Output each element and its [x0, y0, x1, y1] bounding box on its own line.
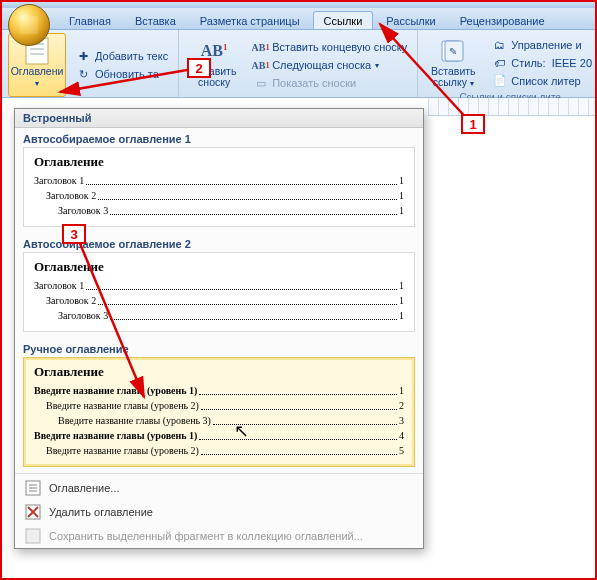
bibliography-icon: 📄	[492, 73, 507, 88]
office-orb-button[interactable]	[8, 4, 50, 46]
svg-text:✎: ✎	[449, 46, 457, 57]
next-footnote-button[interactable]: AB1 Следующая сноска ▾	[249, 57, 411, 74]
preview-title: Оглавление	[34, 259, 404, 275]
insert-footnote-button[interactable]: AB1 Вставить сноску	[185, 33, 243, 97]
gallery-item-auto2[interactable]: Оглавление Заголовок 11Заголовок 21Загол…	[23, 252, 415, 332]
toc-row: Заголовок 31	[34, 308, 404, 323]
citation-style-button[interactable]: 🏷 Стиль: IEEE 20	[488, 54, 596, 71]
preview-title: Оглавление	[34, 154, 404, 170]
add-text-label: Добавить текс	[95, 50, 168, 62]
toc-row: Заголовок 31	[34, 203, 404, 218]
callout-1: 1	[461, 114, 485, 134]
tab-references[interactable]: Ссылки	[313, 11, 374, 29]
citation-icon: ✎	[439, 36, 467, 66]
show-notes-icon: ▭	[253, 76, 268, 91]
next-footnote-icon: AB1	[253, 58, 268, 73]
remove-toc-icon	[25, 504, 41, 520]
toc-row: Заголовок 11	[34, 278, 404, 293]
gallery-item-auto1-title: Автособираемое оглавление 1	[15, 128, 423, 147]
next-footnote-label: Следующая сноска	[272, 59, 371, 71]
insert-endnote-label: Вставить концевую сноску	[272, 41, 407, 53]
add-text-icon: ✚	[76, 49, 91, 64]
gallery-section-builtin: Встроенный	[15, 109, 423, 128]
toc-row: Введите название главы (уровень 2)5	[34, 443, 404, 458]
insert-citation-label: Вставить ссылку ▾	[427, 66, 479, 89]
style-value: IEEE 20	[552, 57, 592, 69]
show-notes-label: Показать сноски	[272, 77, 356, 89]
group-citations: ✎ Вставить ссылку ▾ 🗂 Управление и 🏷 Сти…	[418, 30, 597, 97]
gallery-item-manual-title: Ручное оглавление	[15, 338, 423, 357]
tab-page-layout[interactable]: Разметка страницы	[189, 11, 311, 29]
insert-toc-icon	[25, 480, 41, 496]
update-icon: ↻	[76, 67, 91, 82]
toc-row: Введите название главы (уровень 3)3	[34, 413, 404, 428]
save-selection-icon	[25, 528, 41, 544]
ribbon-tabs: Главная Вставка Разметка страницы Ссылки…	[2, 8, 595, 30]
gallery-item-auto1[interactable]: Оглавление Заголовок 11Заголовок 21Загол…	[23, 147, 415, 227]
toc-row: Введите название главы (уровень 2)2	[34, 398, 404, 413]
menu-remove-toc-label: Удалить оглавление	[49, 506, 153, 518]
insert-footnote-label: Вставить сноску	[188, 66, 240, 88]
ribbon: Оглавлени▾ ✚ Добавить текс ↻ Обновить та	[2, 30, 595, 98]
insert-endnote-button[interactable]: AB1 Вставить концевую сноску	[249, 39, 411, 56]
group-footnotes: AB1 Вставить сноску AB1 Вставить концеву…	[179, 30, 418, 97]
bibliography-label: Список литер	[511, 75, 580, 87]
ruler[interactable]	[428, 98, 595, 116]
add-text-button[interactable]: ✚ Добавить текс	[72, 48, 172, 65]
toc-row: Заголовок 21	[34, 188, 404, 203]
manage-sources-button[interactable]: 🗂 Управление и	[488, 36, 596, 53]
insert-citation-button[interactable]: ✎ Вставить ссылку ▾	[424, 33, 482, 92]
toc-row: Введите название главы (уровень 1)1	[34, 383, 404, 398]
toc-gallery: Встроенный Автособираемое оглавление 1 О…	[14, 108, 424, 549]
menu-remove-toc[interactable]: Удалить оглавление	[15, 500, 423, 524]
manage-sources-icon: 🗂	[492, 37, 507, 52]
toc-row: Заголовок 21	[34, 293, 404, 308]
update-table-label: Обновить та	[95, 68, 159, 80]
show-notes-button[interactable]: ▭ Показать сноски	[249, 75, 411, 92]
gallery-item-manual[interactable]: Оглавление Введите название главы (урове…	[23, 357, 415, 467]
manage-sources-label: Управление и	[511, 39, 581, 51]
footnote-icon: AB1	[200, 36, 228, 66]
style-icon: 🏷	[492, 55, 507, 70]
svg-rect-14	[26, 529, 40, 543]
bibliography-button[interactable]: 📄 Список литер	[488, 72, 596, 89]
menu-save-selection-label: Сохранить выделенный фрагмент в коллекци…	[49, 530, 363, 542]
update-table-button[interactable]: ↻ Обновить та	[72, 66, 172, 83]
toc-label: Оглавлени▾	[11, 66, 64, 89]
menu-insert-toc[interactable]: Оглавление...	[15, 476, 423, 500]
menu-insert-toc-label: Оглавление...	[49, 482, 120, 494]
tab-mailings[interactable]: Рассылки	[375, 11, 446, 29]
tab-home[interactable]: Главная	[58, 11, 122, 29]
toc-row: Введите название главы (уровень 1)4	[34, 428, 404, 443]
style-label: Стиль:	[511, 57, 545, 69]
menu-save-selection: Сохранить выделенный фрагмент в коллекци…	[15, 524, 423, 548]
preview-title: Оглавление	[34, 364, 404, 380]
endnote-icon: AB1	[253, 40, 268, 55]
tab-review[interactable]: Рецензирование	[449, 11, 556, 29]
gallery-item-auto2-title: Автособираемое оглавление 2	[15, 233, 423, 252]
tab-insert[interactable]: Вставка	[124, 11, 187, 29]
toc-row: Заголовок 11	[34, 173, 404, 188]
